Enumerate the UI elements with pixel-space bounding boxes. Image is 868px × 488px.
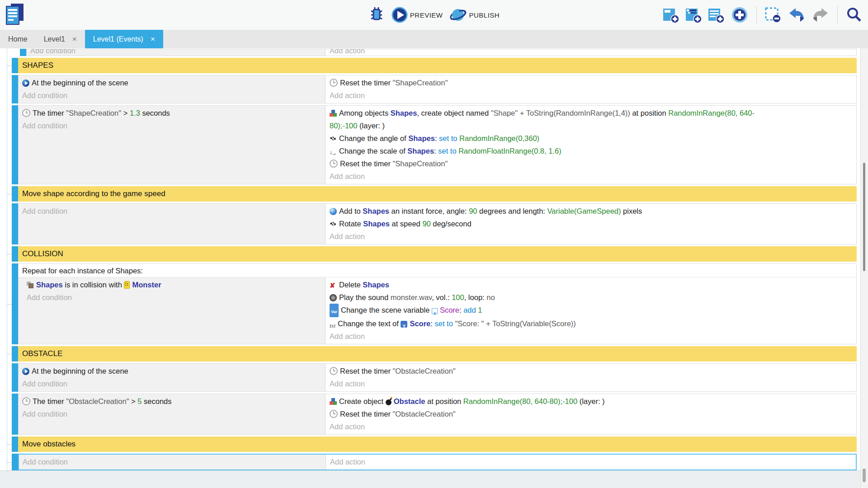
conditions-cell[interactable]: Add condition (19, 204, 326, 244)
action-line[interactable]: Play the sound monster.wav, vol.: 100, l… (330, 291, 853, 304)
group-header-row: SHAPES (12, 58, 857, 73)
tab-close-icon[interactable]: × (72, 35, 77, 44)
add-action-button[interactable]: Add action (330, 230, 853, 243)
actions-cell[interactable]: Reset the timer "ObstacleCreation"Add ac… (326, 364, 856, 391)
add-condition-button[interactable]: Add condition (22, 205, 322, 217)
event-drag-handle[interactable] (12, 246, 18, 262)
add-condition-button[interactable]: Add condition (23, 455, 323, 468)
event-drag-handle[interactable] (20, 49, 26, 56)
condition-line[interactable]: The timer "ObstacleCreation" > 5 seconds (22, 395, 322, 408)
scene-begin-icon (22, 368, 29, 375)
add-event-icon[interactable] (663, 7, 679, 23)
actions-cell[interactable]: Create object Obstacle at position Rando… (326, 394, 856, 434)
add-condition-button[interactable]: Add condition (27, 291, 322, 304)
search-icon[interactable] (845, 6, 863, 23)
action-line[interactable]: Reset the timer "ObstacleCreation" (330, 365, 853, 377)
event-drag-handle[interactable] (12, 203, 18, 244)
action-line[interactable]: Add to Shapes an instant force, angle: 9… (330, 205, 853, 217)
action-line[interactable]: Change the scene variable Score: add 1 (330, 304, 853, 317)
tab-home[interactable]: Home (0, 30, 36, 48)
group-header[interactable]: Move obstacles (18, 436, 857, 452)
tab-level1[interactable]: Level1× (36, 30, 85, 48)
redo-icon[interactable] (811, 7, 830, 23)
sheet-bottom-filler (0, 470, 868, 488)
add-action-button[interactable]: Add action (330, 49, 853, 56)
variable-icon (432, 308, 438, 314)
actions-cell[interactable]: Add action (326, 49, 856, 56)
event-drag-handle[interactable] (12, 436, 18, 452)
sound-icon (330, 294, 337, 301)
event-drag-handle[interactable] (12, 186, 18, 202)
conditions-cell[interactable]: The timer "ObstacleCreation" > 5 seconds… (19, 394, 326, 434)
action-line[interactable]: Among objects Shapes, create object name… (330, 107, 853, 132)
action-line[interactable]: Reset the timer "ShapeCreation" (330, 157, 853, 170)
conditions-cell[interactable]: Shapes is in collision with MonsterAdd c… (19, 277, 326, 344)
tab-close-icon[interactable]: × (151, 35, 155, 44)
event-drag-handle[interactable] (12, 263, 18, 344)
event-drag-handle[interactable] (12, 75, 18, 103)
scrollbar-thumb[interactable] (863, 163, 865, 271)
condition-line[interactable]: At the beginning of the scene (22, 76, 322, 89)
repeat-header[interactable]: Repeat for each instance of Shapes: (19, 264, 856, 277)
group-header[interactable]: COLLISION (18, 246, 857, 262)
event-row: The timer "ObstacleCreation" > 5 seconds… (12, 394, 857, 435)
add-action-button[interactable]: Add action (330, 455, 852, 468)
scrollbar-thumb[interactable] (863, 469, 866, 482)
action-line[interactable]: Change the text of Score: set to "Score:… (330, 317, 853, 330)
add-action-button[interactable]: Add action (330, 330, 853, 343)
conditions-cell[interactable]: Add condition (27, 49, 326, 56)
timer-icon (22, 397, 30, 405)
tab-level1-events-[interactable]: Level1 (Events)× (85, 30, 163, 48)
condition-line[interactable]: The timer "ShapeCreation" > 1.3 seconds (22, 107, 322, 119)
add-condition-button[interactable]: Add condition (22, 119, 322, 132)
conditions-cell[interactable]: Add condition (19, 455, 326, 469)
delete-selection-icon[interactable] (764, 6, 782, 23)
condition-line[interactable]: At the beginning of the scene (22, 365, 322, 377)
add-condition-button[interactable]: Add condition (30, 49, 322, 56)
actions-cell[interactable]: Delete ShapesPlay the sound monster.wav,… (326, 277, 856, 344)
event-row: Add conditionAdd to Shapes an instant fo… (12, 203, 857, 244)
debugger-icon[interactable] (368, 6, 385, 23)
event-drag-handle[interactable] (12, 58, 18, 73)
preview-button[interactable]: PREVIEW (391, 6, 443, 23)
event-drag-handle[interactable] (12, 363, 18, 392)
conditions-cell[interactable]: At the beginning of the sceneAdd conditi… (19, 364, 326, 391)
action-line[interactable]: Change the scale of Shapes: set to Rando… (330, 145, 853, 157)
add-comment-icon[interactable] (708, 7, 725, 23)
actions-cell[interactable]: Add to Shapes an instant force, angle: 9… (326, 204, 856, 244)
publish-button[interactable]: PUBLISH (449, 6, 500, 23)
timer-icon (330, 160, 338, 168)
action-line[interactable]: Reset the timer "ShapeCreation" (330, 76, 853, 89)
tab-label: Level1 (44, 35, 65, 43)
add-condition-button[interactable]: Add condition (22, 408, 322, 420)
conditions-cell[interactable]: The timer "ShapeCreation" > 1.3 secondsA… (19, 106, 326, 184)
add-subevent-icon[interactable] (685, 7, 702, 23)
add-action-button[interactable]: Add action (330, 377, 853, 390)
event-drag-handle[interactable] (12, 454, 18, 470)
group-header[interactable]: SHAPES (18, 58, 857, 73)
add-action-button[interactable]: Add action (330, 89, 853, 102)
actions-cell[interactable]: Add action (326, 455, 856, 469)
condition-line[interactable]: Shapes is in collision with Monster (27, 278, 322, 291)
actions-cell[interactable]: Reset the timer "ShapeCreation"Add actio… (326, 75, 856, 103)
event-drag-handle[interactable] (12, 105, 18, 184)
add-condition-button[interactable]: Add condition (22, 377, 322, 390)
group-header[interactable]: OBSTACLE (18, 346, 857, 361)
add-plus-icon[interactable] (731, 6, 749, 24)
action-line[interactable]: Change the angle of Shapes: set to Rando… (330, 132, 853, 145)
vertical-scrollbar[interactable] (860, 48, 868, 488)
group-header[interactable]: Move shape according to the game speed (18, 186, 857, 202)
add-action-button[interactable]: Add action (330, 420, 853, 433)
event-drag-handle[interactable] (12, 394, 18, 435)
action-line[interactable]: Reset the timer "ObstacleCreation" (330, 408, 853, 420)
undo-icon[interactable] (788, 7, 806, 23)
add-action-button[interactable]: Add action (330, 170, 853, 183)
actions-cell[interactable]: Among objects Shapes, create object name… (326, 106, 856, 184)
event-drag-handle[interactable] (12, 346, 18, 361)
action-line[interactable]: Delete Shapes (330, 278, 853, 291)
action-line[interactable]: Rotate Shapes at speed 90 deg/second (330, 217, 853, 230)
add-condition-button[interactable]: Add condition (22, 89, 322, 102)
conditions-cell[interactable]: At the beginning of the sceneAdd conditi… (19, 75, 326, 103)
action-line[interactable]: Create object Obstacle at position Rando… (330, 395, 853, 408)
tab-label: Level1 (Events) (93, 35, 143, 43)
